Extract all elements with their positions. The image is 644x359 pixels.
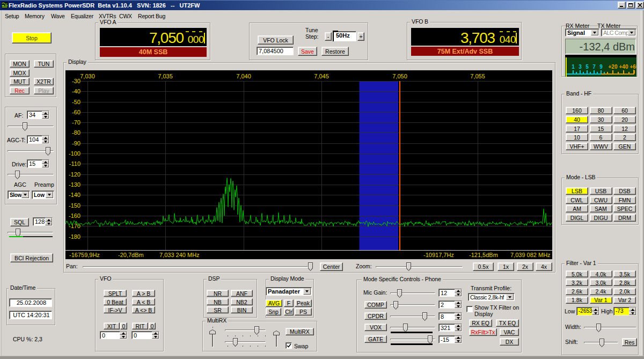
svg-text:3: 3 (579, 64, 582, 70)
svg-text:9: 9 (599, 64, 603, 70)
svg-text:5: 5 (586, 64, 589, 70)
svg-text:-140: -140 (69, 192, 80, 198)
svg-text:-180: -180 (69, 233, 80, 240)
svg-text:-150: -150 (69, 202, 80, 209)
svg-text:7,040: 7,040 (236, 73, 251, 79)
svg-text:-130: -130 (69, 181, 80, 188)
svg-text:7,055: 7,055 (470, 73, 485, 79)
svg-text:7: 7 (592, 64, 596, 70)
svg-text:-160: -160 (69, 213, 80, 219)
svg-text:-40: -40 (72, 88, 80, 94)
svg-text:-50: -50 (72, 99, 80, 105)
svg-text:-70: -70 (72, 119, 80, 126)
svg-text:7,033 240 MHz: 7,033 240 MHz (159, 252, 200, 258)
svg-text:+60: +60 (630, 64, 636, 70)
svg-text:1: 1 (572, 64, 575, 70)
svg-text:-90: -90 (72, 140, 80, 146)
svg-text:-110: -110 (69, 160, 80, 167)
svg-text:7,045: 7,045 (314, 73, 329, 79)
svg-text:+20: +20 (609, 64, 618, 70)
svg-text:-100: -100 (69, 150, 80, 157)
svg-text:-120: -120 (69, 171, 80, 178)
svg-text:-16759,9Hz: -16759,9Hz (69, 252, 100, 258)
svg-text:7,030: 7,030 (80, 73, 95, 79)
svg-text:-121,5dBm: -121,5dBm (469, 252, 498, 258)
svg-text:-10917,7Hz: -10917,7Hz (423, 252, 454, 258)
svg-text:-60: -60 (72, 109, 80, 115)
svg-text:7,035: 7,035 (158, 73, 173, 79)
svg-text:-80: -80 (72, 129, 80, 136)
svg-text:+40: +40 (619, 64, 628, 70)
svg-text:-30: -30 (72, 78, 80, 84)
svg-text:7,039 082 MHz: 7,039 082 MHz (510, 252, 551, 258)
svg-text:7,050: 7,050 (392, 73, 407, 79)
svg-text:-20,7dBm: -20,7dBm (118, 252, 144, 258)
